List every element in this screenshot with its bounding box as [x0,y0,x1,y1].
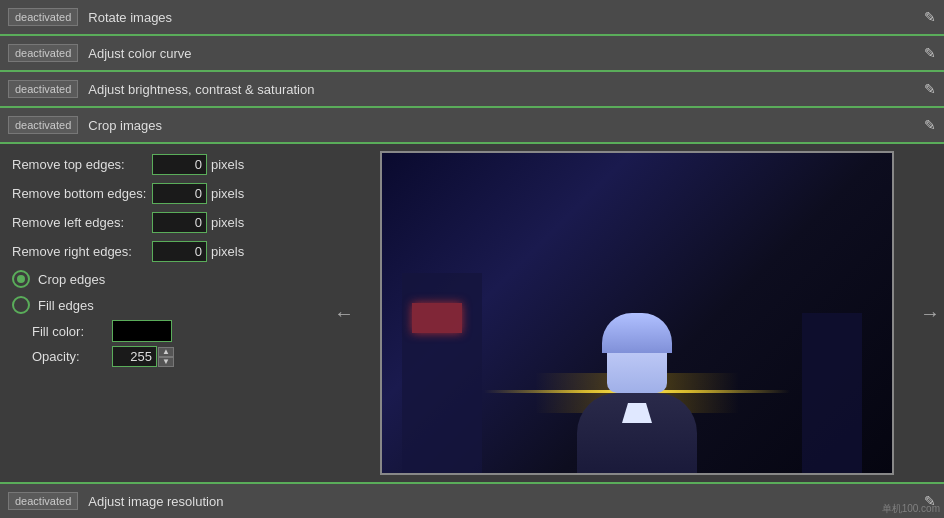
opacity-row: Opacity: ▲ ▼ [32,346,318,367]
right-edges-row: Remove right edges: pixels [12,241,318,262]
top-edges-row: Remove top edges: pixels [12,154,318,175]
fill-edges-radio-row[interactable]: Fill edges [12,296,318,314]
main-content: Remove top edges: pixels Remove bottom e… [0,144,944,482]
bottom-edges-row: Remove bottom edges: pixels [12,183,318,204]
fill-edges-radio[interactable] [12,296,30,314]
bottom-toolbar: deactivated Adjust image resolution ✎ 单机… [0,482,944,518]
opacity-up-button[interactable]: ▲ [158,347,174,357]
crop-deactivated-badge[interactable]: deactivated [8,116,78,134]
right-edges-input[interactable] [152,241,207,262]
left-edges-row: Remove left edges: pixels [12,212,318,233]
left-panel: Remove top edges: pixels Remove bottom e… [0,144,330,482]
opacity-input[interactable] [112,346,157,367]
crop-edges-radio[interactable] [12,270,30,288]
fill-color-label: Fill color: [32,324,112,339]
bottom-edges-input[interactable] [152,183,207,204]
opacity-down-button[interactable]: ▼ [158,357,174,367]
opacity-spinner[interactable]: ▲ ▼ [158,347,174,367]
fill-edges-radio-label: Fill edges [38,298,94,313]
neon-sign-decor [412,303,462,333]
character-shoulders [577,393,697,473]
color-curve-deactivated-badge[interactable]: deactivated [8,44,78,62]
right-pixels-label: pixels [211,244,244,259]
fill-color-picker[interactable] [112,320,172,342]
brightness-deactivated-badge[interactable]: deactivated [8,80,78,98]
color-curve-edit-icon[interactable]: ✎ [924,45,936,61]
top-edges-input[interactable] [152,154,207,175]
right-panel: ← [330,144,944,482]
character-head [607,323,667,393]
crop-edges-radio-row[interactable]: Crop edges [12,270,318,288]
crop-row: deactivated Crop images ✎ [0,108,944,144]
color-curve-row: deactivated Adjust color curve ✎ [0,36,944,72]
right-edges-label: Remove right edges: [12,244,152,259]
character-hair [602,313,672,353]
resolution-deactivated-badge[interactable]: deactivated [8,492,78,510]
color-curve-label: Adjust color curve [88,46,936,61]
character-collar [622,403,652,423]
bottom-pixels-label: pixels [211,186,244,201]
top-edges-label: Remove top edges: [12,157,152,172]
prev-image-button[interactable]: ← [334,302,354,325]
watermark: 单机100.com [882,502,940,516]
rotate-edit-icon[interactable]: ✎ [924,9,936,25]
brightness-row: deactivated Adjust brightness, contrast … [0,72,944,108]
left-edges-input[interactable] [152,212,207,233]
left-pixels-label: pixels [211,215,244,230]
character-body [577,323,697,473]
crop-edges-radio-label: Crop edges [38,272,105,287]
brightness-label: Adjust brightness, contrast & saturation [88,82,936,97]
left-edges-label: Remove left edges: [12,215,152,230]
rotate-label: Rotate images [88,10,936,25]
image-preview-container [380,151,894,475]
preview-image [382,153,892,473]
opacity-label: Opacity: [32,349,112,364]
fill-color-row: Fill color: [32,320,318,342]
top-pixels-label: pixels [211,157,244,172]
rotate-images-row: deactivated Rotate images ✎ [0,0,944,36]
crop-label: Crop images [88,118,936,133]
rotate-deactivated-badge[interactable]: deactivated [8,8,78,26]
next-image-button[interactable]: → [920,302,940,325]
resolution-label: Adjust image resolution [88,494,936,509]
crop-edit-icon[interactable]: ✎ [924,117,936,133]
bottom-edges-label: Remove bottom edges: [12,186,152,201]
brightness-edit-icon[interactable]: ✎ [924,81,936,97]
